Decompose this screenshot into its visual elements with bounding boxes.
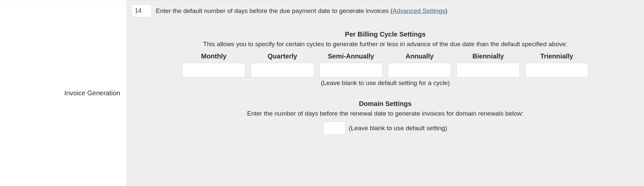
cycle-header: Monthly bbox=[201, 52, 227, 60]
domain-days-input[interactable] bbox=[323, 122, 345, 135]
cycle-header: Triennially bbox=[540, 52, 573, 60]
default-days-row: Enter the default number of days before … bbox=[131, 4, 639, 17]
help-text-suffix: ) bbox=[445, 7, 447, 14]
semiannually-input[interactable] bbox=[319, 63, 383, 77]
monthly-input[interactable] bbox=[182, 63, 245, 77]
cycle-header: Biennially bbox=[473, 52, 504, 60]
setting-label: Invoice Generation bbox=[0, 0, 127, 186]
default-days-input[interactable] bbox=[131, 4, 152, 17]
cycle-col-triennially: Triennially bbox=[525, 52, 588, 77]
triennially-input[interactable] bbox=[525, 63, 588, 77]
cycle-col-monthly: Monthly bbox=[182, 52, 245, 77]
cycle-col-semiannually: Semi-Annually bbox=[319, 52, 383, 77]
domain-row: (Leave blank to use default setting) bbox=[131, 122, 639, 135]
per-cycle-title: Per Billing Cycle Settings bbox=[131, 31, 639, 38]
domain-hint: (Leave blank to use default setting) bbox=[349, 125, 447, 132]
quarterly-input[interactable] bbox=[251, 63, 314, 77]
annually-input[interactable] bbox=[388, 63, 451, 77]
per-cycle-hint: (Leave blank to use default setting for … bbox=[131, 79, 639, 87]
domain-description: Enter the number of days before the rene… bbox=[131, 109, 639, 119]
cycle-col-biennially: Biennially bbox=[457, 52, 520, 77]
help-text-prefix: Enter the default number of days before … bbox=[156, 7, 393, 14]
cycle-header: Semi-Annually bbox=[328, 52, 374, 60]
biennially-input[interactable] bbox=[457, 63, 520, 77]
cycle-header: Annually bbox=[406, 52, 434, 60]
billing-cycles-grid: Monthly Quarterly Semi-Annually Annually… bbox=[131, 52, 639, 77]
per-cycle-description: This allows you to specify for certain c… bbox=[131, 40, 639, 49]
default-days-help: Enter the default number of days before … bbox=[156, 7, 448, 15]
domain-title: Domain Settings bbox=[131, 100, 639, 108]
advanced-settings-link[interactable]: Advanced Settings bbox=[393, 7, 445, 14]
cycle-col-annually: Annually bbox=[388, 52, 451, 77]
setting-content: Enter the default number of days before … bbox=[127, 0, 644, 186]
cycle-header: Quarterly bbox=[268, 52, 297, 60]
cycle-col-quarterly: Quarterly bbox=[251, 52, 314, 77]
